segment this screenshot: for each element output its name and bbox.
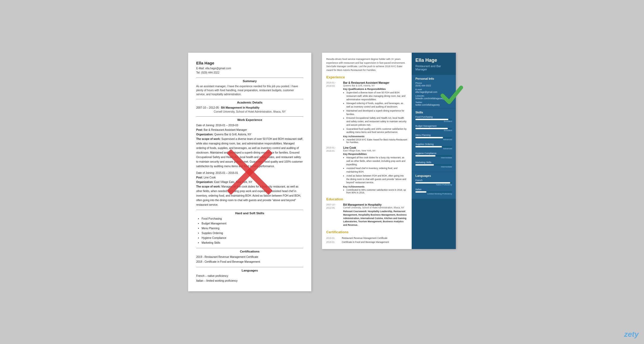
skill-3: Menu Planning	[202, 226, 303, 231]
resume-plain: Ella Hage E-Mail: ella.hage@gmail.com Te…	[188, 53, 311, 291]
exp2-ach-1: Contributed to 99% customer satisfaction…	[346, 189, 407, 194]
exp2-resp-title: Key Responsibilities	[343, 153, 407, 155]
lang-title: Languages	[196, 269, 303, 272]
skill-bar-item: Menu Planning Advanced	[415, 134, 452, 141]
edu-dates: 2007-10 – 2012-05	[196, 106, 219, 109]
job1-doj: Date of Joining: 2016-01 – 2019-03	[196, 123, 303, 128]
cert-1: 2019 - Restaurant Revenue Management Cer…	[196, 255, 303, 259]
exp2-achievements: Contributed to 99% customer satisfaction…	[343, 189, 407, 194]
lang-bar-item: French Native Proficiency	[415, 179, 452, 186]
exp1-bullet-2: Managed ordering of foods, supplies, and…	[346, 102, 407, 109]
edu-dates-styled: 2007-10 - 2012-05	[326, 203, 341, 227]
edu-school: Cornell University, School of Hotel Admi…	[196, 110, 303, 114]
edu-entry: 2007-10 – 2012-05 · BA Management in Hos…	[196, 106, 303, 114]
resume-main-content: Results-driven food service management d…	[322, 53, 412, 249]
exp-row-1: 2016-01 - 2019-03 Bar & Restaurant Assis…	[326, 81, 407, 144]
skills-section-title: Skills	[415, 111, 452, 114]
exp2-bullet-2: Assisted head chef in inventory, orderin…	[346, 167, 407, 174]
skill-bar-item: Supplies Ordering Advanced	[415, 143, 452, 150]
exp1-bullet-1: Supervised a diverse team of over 50 FOH…	[346, 91, 407, 101]
tel-value: (929) 444-3322	[201, 71, 219, 74]
skill-bar-item: Food Purchasing Excellent	[415, 116, 452, 123]
edu-coursework: Relevant Coursework: Hospitality Leaders…	[343, 210, 407, 227]
exp2-bullet-3: Acted as liaison between FOH and BOH, of…	[346, 174, 407, 184]
tel-label: Tel:	[196, 71, 200, 74]
lang-1: French – native proficiency	[196, 274, 303, 278]
cert-table: 2019-01 Restaurant Revenue Management Ce…	[326, 236, 407, 244]
plain-name: Ella Hage	[196, 61, 303, 65]
exp1-content: Bar & Restaurant Assistant Manager Queen…	[343, 81, 407, 144]
divider-certs	[196, 248, 303, 248]
exp2-bullet-1: Managed all line cook duties for a busy …	[346, 156, 407, 166]
skill-4: Supplies Ordering	[202, 231, 303, 236]
job2-org: Organization: East Village Eats, New Yor…	[196, 180, 303, 184]
sidebar-languages: Languages French Native Proficiency Ital…	[412, 172, 456, 199]
email-value: ella.hage@gmail.com	[205, 67, 231, 70]
coursework-label: Relevant Coursework:	[343, 210, 367, 213]
cert-2: 2018 - Certificate in Food and Beverage …	[196, 259, 303, 264]
exp2-dates: 2015-01 - 2016-01	[326, 146, 341, 194]
exp2-content: Line Cook East Village Eats, New York, N…	[343, 146, 407, 194]
divider-work	[196, 116, 303, 117]
job1-fields: Date of Joining: 2016-01 – 2019-03 Post:…	[196, 123, 303, 169]
skills-title: Hard and Soft Skills	[196, 212, 303, 215]
job2-post: Post: Line Cook	[196, 175, 303, 180]
sidebar-header: Ella Hage Restaurant and Bar Manager	[412, 53, 456, 75]
exp2-ach-title: Key Achievements	[343, 185, 407, 188]
sidebar-skills: Skills Food Purchasing Excellent Budget …	[412, 109, 456, 172]
exp2-org: East Village Eats, New York, NY	[343, 149, 407, 152]
exp1-title: Bar & Restaurant Assistant Manager	[343, 81, 407, 84]
resume-sidebar: Ella Hage Restaurant and Bar Manager Per…	[412, 53, 456, 249]
email-label: E-Mail:	[196, 67, 204, 70]
sidebar-job-title: Restaurant and Bar Manager	[415, 64, 452, 71]
languages-section-title: Languages	[415, 174, 452, 177]
exp-row-2: 2015-01 - 2016-01 Line Cook East Village…	[326, 146, 407, 194]
exp1-org: Queens Bar & Grill, Astoria, NY	[343, 84, 407, 87]
edu-degree: BA Management in Hospitality	[221, 106, 260, 109]
edu-school-styled: Cornell University, School of Hotel Admi…	[343, 206, 407, 209]
resume-styled: Results-driven food service management d…	[322, 53, 456, 249]
exp1-bullet-4: Ensured Occupational Safety and Health A…	[346, 116, 407, 127]
cert2-date: 2018-01	[326, 240, 339, 244]
page-container: Ella Hage E-Mail: ella.hage@gmail.com Te…	[135, 53, 509, 291]
skills-list: Food Purchasing Budget Management Menu P…	[196, 216, 303, 245]
certs-header-styled: Certifications	[326, 230, 407, 234]
divider-summary	[196, 78, 303, 78]
academic-title: Academic Details	[196, 101, 303, 104]
divider-academic	[196, 99, 303, 99]
cert1-text: Restaurant Revenue Management Certificat…	[342, 236, 388, 240]
job2-scope: The scope of work: Managed all line cook…	[196, 184, 303, 207]
exp1-bullets: Supervised a diverse team of over 50 FOH…	[343, 91, 407, 134]
exp1-achievements: Awarded 2018 NYC Eater Award for Best As…	[343, 138, 407, 144]
education-header: Education	[326, 197, 407, 201]
edu-degree-styled: BA Management in Hospitality	[343, 203, 407, 206]
job2-doj: Date of Joining: 2015-01 – 2016-01	[196, 171, 303, 175]
experience-header: Experience	[326, 75, 407, 79]
plain-contact: E-Mail: ella.hage@gmail.com Tel: (929) 4…	[196, 66, 303, 75]
skill-5: Hygiene Compliance	[202, 236, 303, 240]
exp1-bullet-5: Guaranteed food quality and 100% custome…	[346, 127, 407, 134]
skill-6: Marketing Skills	[202, 240, 303, 245]
divider-skills	[196, 210, 303, 210]
lang-bar-item: Italian Limited Working Proficiency	[415, 188, 452, 195]
twitter-label: Twitter	[415, 101, 452, 104]
phone-value: (929) 444-3322	[415, 84, 452, 87]
exp1-ach-title: Key Achievements	[343, 135, 407, 138]
summary-text: As an assistant manager, I have the expe…	[196, 84, 303, 96]
exp2-bullets: Managed all line cook duties for a busy …	[343, 156, 407, 184]
cert-row-2: 2018-01 Certificate in Food and Beverage…	[326, 240, 407, 244]
job2-fields: Date of Joining: 2015-01 – 2016-01 Post:…	[196, 171, 303, 207]
exp2-title: Line Cook	[343, 146, 407, 149]
intro-text: Results-driven food service management d…	[326, 58, 407, 72]
divider-lang	[196, 267, 303, 267]
languages-bars: French Native Proficiency Italian Limite…	[415, 179, 452, 195]
sidebar-name: Ella Hage	[415, 58, 452, 63]
skill-bar-item: Hygiene Compliance Intermediate	[415, 152, 452, 159]
linkedin-value: linkedin.com/in/ellahagezety	[415, 97, 452, 100]
exp1-ach-1: Awarded 2018 NYC Eater Award for Best As…	[346, 138, 407, 144]
edu-content: BA Management in Hospitality Cornell Uni…	[343, 203, 407, 227]
email-label-sidebar: E-mail	[415, 88, 452, 91]
skill-1: Food Purchasing	[202, 216, 303, 221]
skill-bar-item: Budget Management Excellent	[415, 125, 452, 132]
exp1-dates: 2016-01 - 2019-03	[326, 81, 341, 144]
